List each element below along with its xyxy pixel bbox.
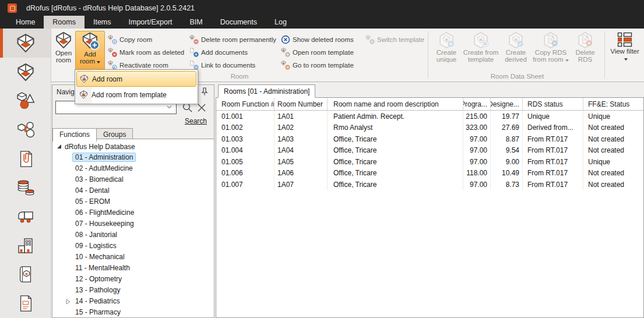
view-filter-icon — [617, 31, 633, 48]
open-room-template-button[interactable]: Open room template — [281, 46, 354, 59]
column-header[interactable]: Progra... — [463, 98, 491, 110]
copy-room-button[interactable]: Copy room — [108, 33, 184, 46]
drofus-window: dRofus [dRofus - dRofus Help Database] 2… — [0, 0, 644, 318]
tree-item[interactable]: 02 - AdultMedicine — [52, 163, 214, 174]
sidebar-item-finance[interactable] — [0, 173, 51, 202]
app-logo-icon — [8, 3, 17, 13]
mark-deleted-icon — [108, 48, 117, 57]
link-to-documents-icon — [189, 61, 199, 70]
add-room-button[interactable]: Add room — [75, 31, 105, 75]
menu-tab-import-export[interactable]: Import/Export — [120, 16, 181, 29]
table-header: Room Function #: Room Number Room name a… — [216, 98, 643, 111]
delete-rds-icon — [576, 31, 594, 49]
chevron-down-icon[interactable] — [167, 105, 172, 109]
delete-room-permanently-button[interactable]: Delete room permanently — [189, 33, 276, 46]
link-to-documents-button[interactable]: Link to documents — [189, 59, 276, 72]
table-row[interactable]: 01.004 1A04 Office, Tricare 97.00 9.54 F… — [216, 145, 643, 157]
go-to-room-template-button[interactable]: Go to room template — [281, 59, 354, 72]
tree-item[interactable]: 13 - Pathology — [52, 285, 214, 296]
table-row[interactable]: 01.007 1A07 Office, Tricare 97.00 8.73 F… — [216, 179, 643, 190]
go-to-room-template-icon — [281, 61, 290, 70]
tree-item[interactable]: 10 - Mechanical — [52, 252, 214, 263]
delete-rds-button[interactable]: Delete RDS — [570, 31, 600, 63]
column-header[interactable]: Room Number — [275, 98, 328, 110]
sidebar-item-room-templates[interactable] — [0, 58, 51, 87]
column-header[interactable]: FF&E: Status — [583, 98, 643, 110]
table-row[interactable]: 01.003 1A03 Office, Tricare 97.00 8.87 F… — [216, 133, 643, 145]
column-header[interactable]: RDS status — [523, 98, 583, 110]
dropdown-caret-icon — [624, 58, 628, 61]
sidebar-item-attachments[interactable] — [0, 144, 51, 174]
menu-tab-bim[interactable]: BIM — [181, 16, 212, 29]
add-documents-icon — [189, 48, 199, 57]
open-room-button[interactable]: Open room — [52, 31, 75, 75]
tree-item[interactable]: 11 - MentalHealth — [52, 263, 214, 274]
sidebar-item-logistics[interactable] — [0, 202, 51, 231]
rooms-tab[interactable]: Rooms [01 - Administration] — [218, 84, 315, 98]
tree-root[interactable]: dRofus Help Database — [52, 141, 214, 152]
tree-item[interactable]: 08 - Janitorial — [52, 229, 214, 241]
menu-bar: Home Rooms Items Import/Export BIM Docum… — [0, 16, 644, 29]
coins-icon — [16, 178, 36, 197]
tree-expander-icon[interactable] — [57, 144, 61, 149]
show-deleted-rooms-button[interactable]: Show deleted rooms — [281, 33, 354, 46]
sidebar-item-rooms[interactable] — [0, 29, 51, 58]
column-header[interactable]: Room Function #: — [216, 98, 275, 110]
sidebar-item-reports[interactable] — [0, 289, 51, 318]
switch-template-button[interactable]: Switch template — [365, 33, 424, 46]
open-room-template-icon — [281, 48, 290, 57]
table-row[interactable]: 01.005 1A05 Office, Tricare 97.00 9.00 F… — [216, 156, 643, 168]
title-bar: dRofus [dRofus - dRofus Help Database] 2… — [0, 0, 644, 16]
sidebar-item-catalog[interactable] — [0, 260, 51, 289]
menu-item-add-room[interactable]: Add room — [76, 71, 196, 87]
tree-item[interactable]: 15 - Pharmacy — [52, 307, 214, 317]
tree-item[interactable]: 04 - Dental — [52, 185, 214, 196]
tree-item[interactable]: 05 - EROM — [52, 196, 214, 207]
create-unique-button[interactable]: Create unique — [431, 31, 462, 63]
ribbon-separator — [428, 31, 428, 79]
add-documents-button[interactable]: Add documents — [189, 46, 276, 59]
copy-rds-from-room-button[interactable]: Copy RDS from room — [532, 31, 570, 63]
sidebar-item-item-links[interactable] — [0, 115, 51, 144]
sidebar-item-buildings[interactable] — [0, 231, 51, 260]
ribbon-separator — [604, 31, 605, 79]
tree-item[interactable]: 09 - Logistics — [52, 241, 214, 252]
create-derived-icon — [507, 31, 525, 49]
tab-functions[interactable]: Functions — [52, 128, 97, 142]
sidebar-item-items[interactable] — [0, 86, 51, 115]
tree-item[interactable]: 07 - Housekeeping — [52, 218, 214, 229]
tree-item[interactable]: 14 - Pediatrics — [52, 296, 214, 307]
add-room-icon — [81, 31, 100, 50]
menu-item-add-room-from-template[interactable]: Add room from template — [76, 87, 196, 103]
building-icon — [16, 236, 35, 255]
menu-tab-home[interactable]: Home — [7, 16, 44, 29]
menu-tab-documents[interactable]: Documents — [212, 16, 266, 29]
menu-tab-rooms[interactable]: Rooms — [44, 16, 85, 29]
show-deleted-rooms-icon — [281, 35, 290, 44]
add-room-from-template-icon — [79, 90, 88, 99]
menu-tab-log[interactable]: Log — [266, 16, 295, 29]
mark-room-as-deleted-button[interactable]: Mark room as deleted — [108, 46, 184, 59]
column-header[interactable]: Designe... — [491, 98, 523, 110]
menu-tab-items[interactable]: Items — [85, 16, 120, 29]
rooms-icon — [16, 33, 36, 53]
open-room-icon — [55, 31, 72, 49]
create-unique-icon — [438, 31, 455, 49]
table-row[interactable]: 01.002 1A02 Rmo Analyst 323.00 27.69 Der… — [216, 122, 643, 134]
table-row[interactable]: 01.001 1A01 Patient Admin. Recept. 215.0… — [216, 111, 643, 122]
tree-collapsed-icon[interactable] — [66, 299, 71, 305]
ribbon-group-room-data-sheet: Room Data Sheet — [431, 73, 604, 80]
truck-icon — [16, 207, 36, 226]
tree-item[interactable]: 06 - FlightMedicine — [52, 207, 214, 218]
column-header[interactable]: Room name and room description — [328, 98, 463, 110]
view-filter-button[interactable]: View filter — [609, 31, 641, 62]
create-derived-button[interactable]: Create derived — [500, 31, 532, 63]
tree-item[interactable]: 12 - Optometry — [52, 274, 214, 285]
create-from-template-button[interactable]: Create from template — [462, 31, 500, 63]
table-row[interactable]: 01.006 1A06 Office, Tricare 118.00 10.49… — [216, 168, 643, 179]
tree-item[interactable]: 03 - Biomedical — [52, 174, 214, 185]
pin-icon[interactable] — [200, 87, 209, 96]
search-link[interactable]: Search — [52, 117, 207, 125]
tree-item[interactable]: 01 - Administration — [52, 152, 214, 163]
items-icon — [16, 91, 36, 111]
